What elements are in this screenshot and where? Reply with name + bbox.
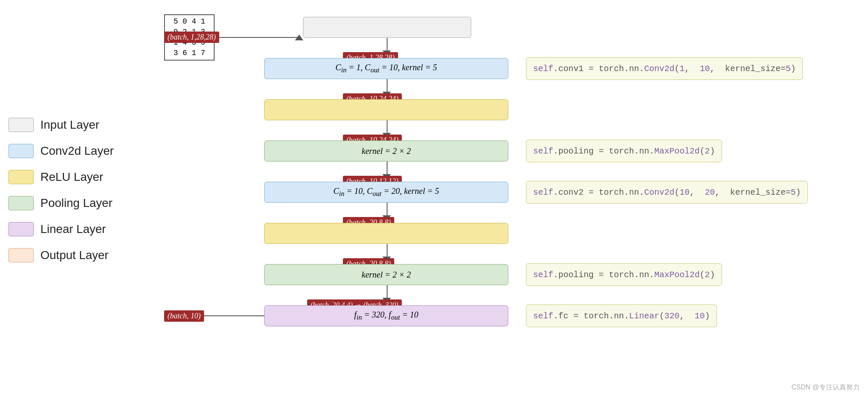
code-pool2-text: self.pooling = torch.nn.MaxPool2d(2) bbox=[533, 270, 715, 280]
layer-relu1 bbox=[264, 99, 508, 120]
arrow-head-mnist bbox=[295, 34, 303, 40]
legend-box-pooling bbox=[8, 196, 34, 210]
shape-badge-input-left: (batch, 1,28,28) bbox=[164, 32, 219, 43]
network-area: 5 0 4 1 9 2 1 3 1 4 3 5 3 6 1 7 (batch, … bbox=[160, 8, 860, 387]
fc-text: fin = 320, fout = 10 bbox=[354, 310, 418, 322]
legend-label-linear: Linear Layer bbox=[40, 222, 106, 236]
pool1-text: kernel = 2 × 2 bbox=[362, 146, 411, 156]
layer-pool2: kernel = 2 × 2 bbox=[264, 264, 508, 285]
legend-label-conv2d: Conv2d Layer bbox=[40, 144, 114, 158]
legend-box-conv2d bbox=[8, 144, 34, 158]
pool2-text: kernel = 2 × 2 bbox=[362, 270, 411, 280]
conv1-text: Cin = 1, Cout = 10, kernel = 5 bbox=[335, 63, 437, 74]
layer-relu2 bbox=[264, 223, 508, 244]
shape-badge-output: (batch, 10) bbox=[164, 310, 204, 322]
legend-item-output: Output Layer bbox=[8, 248, 147, 262]
legend-label-output: Output Layer bbox=[40, 249, 109, 262]
code-conv2-text: self.conv2 = torch.nn.Conv2d(10, 20, ker… bbox=[533, 188, 801, 197]
layer-input bbox=[303, 17, 471, 38]
legend-item-pooling: Pooling Layer bbox=[8, 196, 147, 210]
legend-box-output bbox=[8, 248, 34, 262]
legend-box-linear bbox=[8, 222, 34, 236]
legend-item-relu: ReLU Layer bbox=[8, 170, 147, 184]
code-pool2: self.pooling = torch.nn.MaxPool2d(2) bbox=[526, 263, 722, 286]
code-conv2: self.conv2 = torch.nn.Conv2d(10, 20, ker… bbox=[526, 181, 808, 204]
legend-item-linear: Linear Layer bbox=[8, 222, 147, 236]
legend-item-input: Input Layer bbox=[8, 118, 147, 132]
legend-label-input: Input Layer bbox=[40, 118, 99, 132]
arrow-mnist-to-input bbox=[216, 37, 300, 38]
conv2-text: Cin = 10, Cout = 20, kernel = 5 bbox=[333, 186, 439, 198]
legend-item-conv2d: Conv2d Layer bbox=[8, 144, 147, 158]
code-fc: self.fc = torch.nn.Linear(320, 10) bbox=[526, 304, 717, 327]
layer-conv1: Cin = 1, Cout = 10, kernel = 5 bbox=[264, 58, 508, 79]
mnist-line-4: 3 6 1 7 bbox=[173, 48, 205, 58]
main-container: Input Layer Conv2d Layer ReLU Layer Pool… bbox=[0, 0, 868, 397]
legend-label-relu: ReLU Layer bbox=[40, 170, 103, 184]
code-conv1: self.conv1 = torch.nn.Conv2d(1, 10, kern… bbox=[526, 57, 803, 80]
mnist-line-1: 5 0 4 1 bbox=[173, 16, 205, 27]
layer-fc: fin = 320, fout = 10 bbox=[264, 305, 508, 326]
code-pool1-text: self.pooling = torch.nn.MaxPool2d(2) bbox=[533, 146, 715, 156]
legend-box-input bbox=[8, 118, 34, 132]
code-pool1: self.pooling = torch.nn.MaxPool2d(2) bbox=[526, 140, 722, 162]
legend-box-relu bbox=[8, 170, 34, 184]
code-conv1-text: self.conv1 = torch.nn.Conv2d(1, 10, kern… bbox=[533, 64, 796, 74]
legend-label-pooling: Pooling Layer bbox=[40, 196, 112, 210]
legend: Input Layer Conv2d Layer ReLU Layer Pool… bbox=[8, 8, 160, 389]
layer-pool1: kernel = 2 × 2 bbox=[264, 140, 508, 161]
code-fc-text: self.fc = torch.nn.Linear(320, 10) bbox=[533, 311, 710, 321]
arrow-fc-left bbox=[202, 315, 264, 316]
watermark: CSDN @专注认真努力 bbox=[791, 383, 860, 392]
layer-conv2: Cin = 10, Cout = 20, kernel = 5 bbox=[264, 182, 508, 203]
